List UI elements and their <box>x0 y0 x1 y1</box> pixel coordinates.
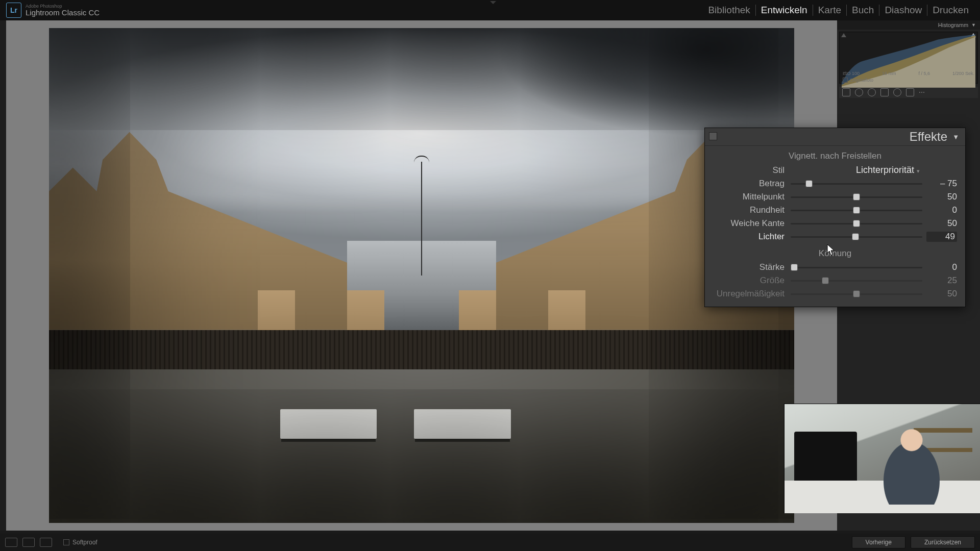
histogram-shutter: 1/200 Sek. <box>952 71 974 76</box>
vignette-highlights-label: Lichter <box>713 232 785 242</box>
vignette-style-label: Stil <box>713 165 785 176</box>
original-photo-checkbox[interactable] <box>843 78 848 83</box>
vignette-feather-label: Weiche Kante <box>713 218 785 229</box>
before-after-view-icon[interactable] <box>22 538 35 547</box>
panel-toggle-switch[interactable] <box>709 132 717 140</box>
grain-amount-slider[interactable] <box>791 267 922 268</box>
vignette-feather-value[interactable]: 50 <box>926 218 957 229</box>
preview-image[interactable] <box>49 28 794 523</box>
vignette-midpoint-label: Mittelpunkt <box>713 192 785 202</box>
vignette-midpoint-slider[interactable] <box>791 196 922 198</box>
chevron-down-icon: ▼ <box>971 22 976 28</box>
vignette-amount-slider[interactable] <box>791 183 922 185</box>
crop-tool-icon[interactable] <box>842 88 850 96</box>
brush-tool-icon[interactable] <box>906 88 914 96</box>
vignette-highlights-slider[interactable] <box>791 236 922 238</box>
histogram-title: Histogramm <box>938 22 968 28</box>
grain-size-value: 25 <box>926 276 957 286</box>
grain-roughness-label: Unregelmäßigkeit <box>713 289 785 299</box>
vignette-roundness-slider[interactable] <box>791 210 922 211</box>
vignette-roundness-value[interactable]: 0 <box>926 205 957 215</box>
grain-size-slider <box>791 280 922 282</box>
spot-removal-tool-icon[interactable] <box>855 88 863 96</box>
histogram-iso: ISO 100 <box>843 71 860 76</box>
softproof-checkbox[interactable] <box>63 539 69 545</box>
vignette-section-header: Vignett. nach Freistellen <box>705 146 965 163</box>
effects-panel: Effekte ▼ Vignett. nach Freistellen Stil… <box>704 128 966 307</box>
grain-roughness-slider <box>791 293 922 295</box>
dropdown-icon: ▾ <box>917 168 920 174</box>
vignette-highlights-value[interactable]: 49 <box>926 232 957 242</box>
app-title: Lightroom Classic CC <box>26 9 100 16</box>
reset-button[interactable]: Zurücksetzen <box>911 536 975 548</box>
local-tools-strip: ⋯ <box>839 87 978 98</box>
histogram[interactable]: ISO 100 16 mm f / 5,6 1/200 Sek. Origina… <box>839 32 978 84</box>
histogram-focal: 16 mm <box>882 71 896 76</box>
lightroom-logo-icon: Lr <box>6 3 21 18</box>
loupe-view-icon[interactable] <box>5 538 17 547</box>
vignette-feather-slider[interactable] <box>791 223 922 224</box>
tab-slideshow[interactable]: Diashow <box>879 5 927 16</box>
left-panel-collapsed[interactable] <box>0 20 6 531</box>
grain-amount-value[interactable]: 0 <box>926 262 957 272</box>
grain-size-label: Größe <box>713 276 785 286</box>
softproof-label: Softproof <box>72 539 97 546</box>
more-tools-icon[interactable]: ⋯ <box>919 89 926 96</box>
histogram-aperture: f / 5,6 <box>918 71 930 76</box>
chevron-down-icon[interactable]: ▼ <box>952 133 959 141</box>
grain-amount-label: Stärke <box>713 262 785 272</box>
module-picker: Bibliothek Entwickeln Karte Buch Diashow… <box>703 5 974 16</box>
tab-develop[interactable]: Entwickeln <box>756 5 813 16</box>
bottom-toolbar: Softproof Vorherige Zurücksetzen <box>0 534 980 551</box>
webcam-overlay <box>784 404 980 513</box>
app-topbar: Lr Adobe Photoshop Lightroom Classic CC … <box>0 0 980 20</box>
radial-filter-tool-icon[interactable] <box>893 88 901 96</box>
tab-book[interactable]: Buch <box>847 5 879 16</box>
histogram-panel-header[interactable]: Histogramm ▼ <box>837 20 980 30</box>
original-photo-label: Originalfoto <box>850 78 873 83</box>
tab-print[interactable]: Drucken <box>927 5 974 16</box>
grain-roughness-value: 50 <box>926 289 957 299</box>
tab-library[interactable]: Bibliothek <box>703 5 755 16</box>
vignette-style-select[interactable]: Lichterpriorität ▾ <box>790 165 920 176</box>
vignette-midpoint-value[interactable]: 50 <box>926 192 957 202</box>
vignette-amount-value[interactable]: – 75 <box>926 179 957 189</box>
previous-button[interactable]: Vorherige <box>852 536 905 548</box>
tab-map[interactable]: Karte <box>813 5 847 16</box>
grain-section-header: Körnung <box>705 243 965 261</box>
graduated-filter-tool-icon[interactable] <box>880 88 889 96</box>
vignette-roundness-label: Rundheit <box>713 205 785 215</box>
redeye-tool-icon[interactable] <box>868 88 876 96</box>
vignette-amount-label: Betrag <box>713 179 785 189</box>
effects-panel-title[interactable]: Effekte <box>910 130 947 144</box>
reference-view-icon[interactable] <box>40 538 52 547</box>
chevron-down-icon[interactable] <box>490 1 496 4</box>
